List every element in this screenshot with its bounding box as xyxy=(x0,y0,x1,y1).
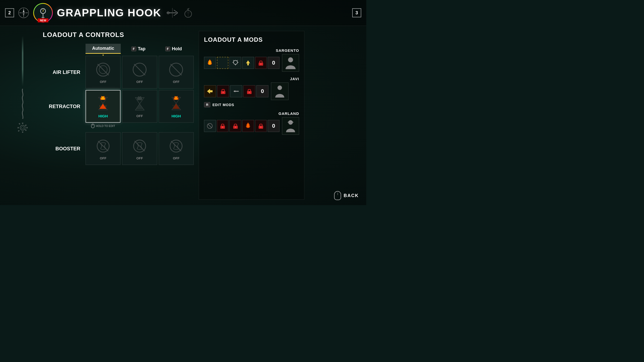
javi-mod-slot-2[interactable] xyxy=(217,85,229,97)
sargento-mod-slot-1[interactable] xyxy=(204,57,216,69)
air-lifter-hold-cell[interactable]: OFF xyxy=(159,56,194,88)
vertical-bar xyxy=(22,36,23,86)
edit-mods-label: EDIT MODS xyxy=(212,103,234,107)
booster-hold-icon xyxy=(167,137,185,155)
mods-panel: LOADOUT A MODS SARGENTO xyxy=(199,31,304,200)
air-lifter-auto-label: OFF xyxy=(100,80,106,84)
nav-right[interactable]: 3 xyxy=(352,8,361,17)
hold-to-edit-tooltip: HOLD TO EDIT xyxy=(86,124,120,128)
grenade-icon xyxy=(182,7,194,19)
retractor-tap-cell[interactable]: OFF xyxy=(122,90,157,123)
flame-mod-icon-2 xyxy=(244,122,252,130)
sargento-mod-slot-4[interactable] xyxy=(242,57,254,69)
svg-line-28 xyxy=(171,64,182,75)
retractor-auto-cell[interactable]: HIGH HOLD TO EDIT xyxy=(86,90,120,123)
garland-silhouette xyxy=(283,118,298,133)
lock-icon-6 xyxy=(257,122,264,129)
arrow-mod-icon xyxy=(206,87,214,95)
sargento-mod-count: 0 xyxy=(268,57,279,69)
retractor-row: RETRACTOR xyxy=(43,90,194,123)
lock-icon-5 xyxy=(232,122,239,129)
javi-portrait xyxy=(271,82,289,100)
svg-marker-5 xyxy=(23,9,25,13)
booster-auto-label: OFF xyxy=(100,156,106,160)
air-lifter-hold-label: OFF xyxy=(173,80,179,84)
arrow-left-mod-icon xyxy=(232,87,240,95)
lock-icon-2 xyxy=(220,88,227,95)
sargento-mod-slot-3[interactable] xyxy=(229,57,241,69)
javi-mod-slot-4[interactable] xyxy=(243,85,255,97)
edit-mods-button[interactable]: R EDIT MODS xyxy=(204,102,299,107)
mods-title: LOADOUT A MODS xyxy=(204,36,299,43)
air-lifter-hold-icon xyxy=(167,61,185,78)
garland-mod-slot-2[interactable] xyxy=(217,120,229,132)
circle-mod-icon xyxy=(206,122,213,129)
loadout-controls-title: LOADOUT A CONTROLS xyxy=(43,31,194,39)
main-content: LOADOUT A CONTROLS Automatic F Tap F Hol… xyxy=(0,26,366,205)
compass-icon xyxy=(18,7,29,18)
svg-point-20 xyxy=(20,125,25,130)
air-lifter-auto-icon xyxy=(94,61,112,78)
garland-mod-count: 0 xyxy=(268,120,279,132)
crossbow-icon xyxy=(165,7,178,19)
col-tap-label: Tap xyxy=(138,46,146,52)
garland-mod-slot-1[interactable] xyxy=(204,120,216,132)
svg-line-11 xyxy=(174,10,178,13)
svg-point-49 xyxy=(288,57,293,62)
booster-hold-label: OFF xyxy=(173,156,179,160)
r-key-badge: R xyxy=(204,102,210,107)
booster-row: BOOSTER OFF xyxy=(43,132,194,165)
garland-slots: 0 xyxy=(204,117,299,135)
svg-point-51 xyxy=(223,92,224,93)
back-button[interactable]: BACK xyxy=(334,191,359,200)
sargento-mod-slot-5[interactable] xyxy=(255,57,267,69)
javi-silhouette xyxy=(272,84,287,99)
header-title: GRAPPLING HOOK xyxy=(57,7,161,19)
weapon-icon-circle: 7 NEW xyxy=(33,3,53,23)
garland-mod-slot-3[interactable] xyxy=(229,120,241,132)
svg-point-21 xyxy=(21,126,24,129)
svg-point-56 xyxy=(277,85,282,90)
booster-hold-cell[interactable]: OFF xyxy=(159,132,194,165)
retractor-hold-label: HIGH xyxy=(172,114,181,118)
svg-text:7: 7 xyxy=(42,9,44,13)
javi-mod-slot-3[interactable] xyxy=(230,85,242,97)
lock-icon-3 xyxy=(246,88,253,95)
tap-key-badge: F xyxy=(131,47,136,51)
column-headers: Automatic F Tap F Hold xyxy=(43,44,194,54)
lock-icon-4 xyxy=(219,122,226,129)
svg-line-26 xyxy=(134,64,145,75)
rope-decoration xyxy=(19,89,26,119)
grappling-hook-icon: 7 xyxy=(37,7,49,19)
retractor-hold-cell[interactable]: HIGH xyxy=(159,90,194,123)
air-lifter-tap-cell[interactable]: OFF xyxy=(122,56,157,88)
booster-tap-cell[interactable]: OFF xyxy=(122,132,157,165)
javi-name-row: JAVI xyxy=(204,77,299,81)
retractor-auto-label: HIGH xyxy=(98,114,108,118)
sargento-mod-slot-2[interactable] xyxy=(217,57,229,69)
garland-mod-slot-4[interactable] xyxy=(242,120,254,132)
svg-line-58 xyxy=(208,124,212,128)
col-hold: F Hold xyxy=(156,44,191,54)
air-lifter-tap-label: OFF xyxy=(136,80,143,84)
header: 2 7 NEW GRAPPLING HOOK xyxy=(0,0,366,26)
air-lifter-auto-cell[interactable]: OFF xyxy=(86,56,120,88)
svg-point-55 xyxy=(249,92,250,93)
booster-auto-cell[interactable]: OFF xyxy=(86,132,120,165)
garland-mod-slot-5[interactable] xyxy=(255,120,267,132)
sargento-name-row: SARGENTO xyxy=(204,48,299,53)
col-hold-label: Hold xyxy=(172,46,182,52)
booster-label: BOOSTER xyxy=(43,146,84,152)
air-lifter-tap-icon xyxy=(131,61,148,78)
svg-marker-53 xyxy=(234,90,235,92)
col-tap: F Tap xyxy=(121,44,156,54)
javi-mod-slot-1[interactable] xyxy=(204,85,216,97)
svg-marker-6 xyxy=(23,13,25,16)
garland-name-row: GARLAND xyxy=(204,111,299,116)
up-arrow-mod-icon xyxy=(244,59,252,67)
hold-to-edit-text: HOLD TO EDIT xyxy=(96,124,115,127)
svg-line-44 xyxy=(233,60,234,61)
gear-icon xyxy=(16,121,29,134)
nav-left[interactable]: 2 xyxy=(5,8,14,17)
booster-auto-icon xyxy=(94,137,112,155)
